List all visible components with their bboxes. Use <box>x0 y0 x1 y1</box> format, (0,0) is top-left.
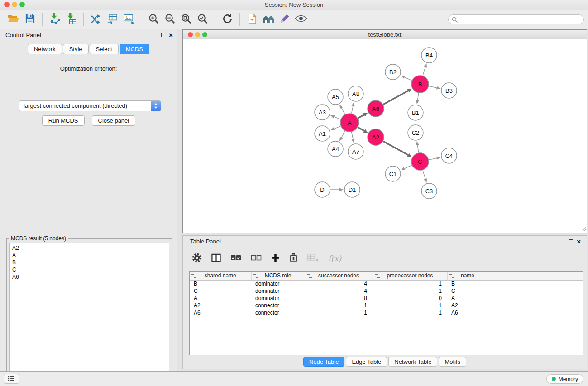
mcds-result-item[interactable]: A2 <box>12 244 166 252</box>
graph-node-label: A6 <box>372 105 379 112</box>
add-column-button[interactable] <box>271 253 280 263</box>
tab-mcds[interactable]: MCDS <box>120 44 149 54</box>
mcds-result-item[interactable]: A6 <box>12 273 166 281</box>
tab-network[interactable]: Network <box>28 44 62 54</box>
arrowhead-icon <box>330 115 335 119</box>
function-builder-button[interactable]: f(x) <box>328 254 341 263</box>
graph-edge-A-A2[interactable] <box>358 127 364 131</box>
graph-edge-A-A3[interactable] <box>334 117 340 119</box>
graph-edge-A-A1[interactable] <box>334 126 341 129</box>
graph-edge-C-C4[interactable] <box>429 158 437 160</box>
zoom-traffic-light[interactable] <box>19 2 25 7</box>
resize-grip[interactable] <box>581 225 586 232</box>
tab-select[interactable]: Select <box>90 44 119 54</box>
tab-network-table[interactable]: Network Table <box>388 357 437 367</box>
mcds-result-item[interactable]: B <box>12 259 166 266</box>
export-image-button[interactable] <box>120 11 137 28</box>
annotation-button[interactable] <box>277 11 293 28</box>
close-panel-icon[interactable]: × <box>169 31 173 39</box>
graph-edge-C-C2[interactable] <box>417 145 419 153</box>
minimize-traffic-light[interactable] <box>12 2 17 7</box>
column-header[interactable]: MCDS role <box>251 272 305 280</box>
graph-edge-A2-C[interactable] <box>383 141 408 155</box>
list-icon <box>8 376 15 382</box>
graph-edge-B-B4[interactable] <box>423 67 425 76</box>
zoom-fit-button[interactable] <box>178 11 194 28</box>
criterion-select[interactable]: largest connected component (directed) <box>19 100 161 111</box>
graph-edge-A-A8[interactable] <box>351 106 353 113</box>
table-row[interactable]: Bdominator41B <box>190 280 583 287</box>
network-graph[interactable]: B4B2BB3A8A5A6A3B1AC2A1A2A4A7C4CC1DD1C3 <box>183 40 587 233</box>
mcds-result-item[interactable]: C <box>12 266 166 273</box>
network-canvas[interactable]: B4B2BB3A8A5A6A3B1AC2A1A2A4A7C4CC1DD1C3 <box>183 40 587 233</box>
open-session-button[interactable] <box>5 11 22 28</box>
open-recent-session-button[interactable] <box>244 11 260 28</box>
task-history-button[interactable] <box>4 374 19 384</box>
zoom-in-button[interactable] <box>145 11 162 28</box>
toolbar-separator <box>215 13 215 26</box>
table-row[interactable]: Cdominator41C <box>190 287 583 295</box>
graph-edge-B-B2[interactable] <box>405 77 412 80</box>
folder-open-icon <box>8 14 19 25</box>
graph-edge-A6-B[interactable] <box>383 91 408 104</box>
column-header[interactable]: predecessor nodes <box>373 272 447 280</box>
home-view-button[interactable] <box>260 11 277 28</box>
zoom-out-button[interactable] <box>162 11 178 28</box>
column-header[interactable]: name <box>447 272 488 280</box>
graph-edge-A-A7[interactable] <box>351 132 353 139</box>
refresh-button[interactable] <box>219 11 235 28</box>
column-header[interactable]: successor nodes <box>305 272 373 280</box>
tab-style[interactable]: Style <box>63 44 89 54</box>
select-all-rows-button[interactable] <box>230 255 241 262</box>
delete-table-button[interactable] <box>307 254 319 263</box>
deselect-all-rows-button[interactable] <box>251 255 262 262</box>
mcds-result-list[interactable]: A2ABCA6 <box>9 243 169 386</box>
graph-edge-B-B3[interactable] <box>429 86 437 88</box>
new-network-button[interactable] <box>88 11 104 28</box>
tab-edge-table[interactable]: Edge Table <box>346 357 387 367</box>
save-session-button[interactable] <box>22 11 38 28</box>
mcds-result-item[interactable]: A <box>12 252 166 259</box>
pencil-icon <box>279 13 290 25</box>
import-network-button[interactable] <box>47 11 63 28</box>
control-panel-title: Control Panel <box>5 32 41 38</box>
graph-node-label: C4 <box>445 152 453 159</box>
graph-edge-A-A6[interactable] <box>358 115 364 118</box>
close-traffic-light[interactable] <box>188 32 193 37</box>
arrowhead-icon <box>436 157 441 160</box>
tab-node-table[interactable]: Node Table <box>303 357 345 367</box>
graph-edge-C-C1[interactable] <box>405 165 412 168</box>
memory-button[interactable]: Memory <box>546 374 583 384</box>
table-row[interactable]: A2connector11A2 <box>190 302 583 309</box>
import-table-button[interactable] <box>63 11 79 28</box>
column-header[interactable]: shared name <box>190 272 251 280</box>
network-window-titlebar[interactable]: testGlobe.txt <box>183 30 587 39</box>
delete-column-button[interactable] <box>289 253 298 264</box>
run-mcds-button[interactable]: Run MCDS <box>42 115 85 126</box>
zoom-selected-button[interactable] <box>194 11 210 28</box>
float-panel-icon[interactable] <box>569 239 573 243</box>
trash-icon <box>289 253 298 264</box>
zoom-traffic-light[interactable] <box>202 32 207 37</box>
minimize-traffic-light[interactable] <box>195 32 200 37</box>
table-row[interactable]: A6connector11A6 <box>190 309 583 316</box>
tab-motifs[interactable]: Motifs <box>439 357 466 367</box>
float-panel-icon[interactable] <box>161 33 165 37</box>
graph-edge-B-B1[interactable] <box>417 93 418 100</box>
search-input[interactable] <box>460 15 579 24</box>
show-graphics-button[interactable] <box>293 11 309 28</box>
graph-edge-C-C3[interactable] <box>423 170 425 179</box>
close-traffic-light[interactable] <box>4 2 10 7</box>
arrowhead-icon <box>416 141 419 145</box>
close-panel-button[interactable]: Close panel <box>92 115 136 126</box>
search-field[interactable] <box>448 14 584 24</box>
close-panel-icon[interactable]: × <box>577 238 581 246</box>
graph-edge-A-A5[interactable] <box>341 108 345 114</box>
table-settings-button[interactable] <box>192 253 202 264</box>
graph-edge-A-A4[interactable] <box>341 131 345 138</box>
show-columns-button[interactable] <box>211 253 221 264</box>
sort-icon <box>191 274 196 278</box>
new-table-button[interactable] <box>104 11 120 28</box>
table-row[interactable]: Adominator80A <box>190 295 583 302</box>
checked-boxes-icon <box>230 255 241 262</box>
